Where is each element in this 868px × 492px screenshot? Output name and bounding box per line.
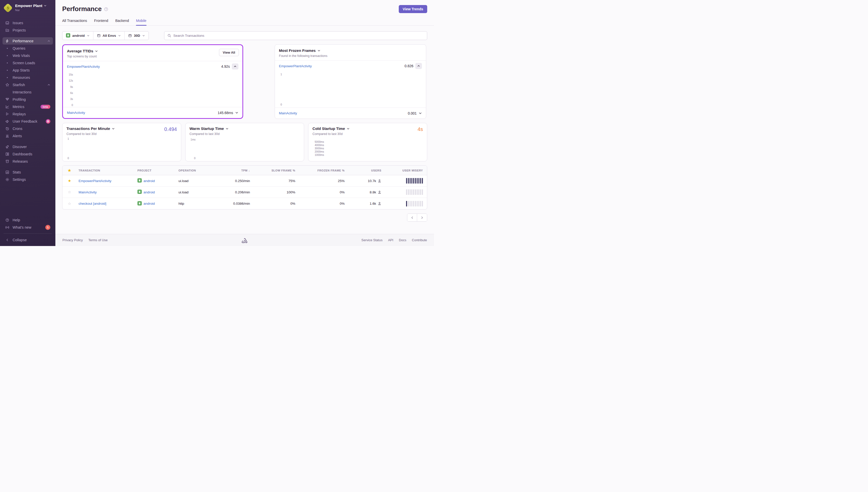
terms-of-use-link[interactable]: Terms of Use [88, 238, 108, 242]
sidebar-item-alerts[interactable]: Alerts [2, 132, 53, 140]
tpm-cell: 0.250/min [219, 179, 252, 183]
sidebar-item-whats-new[interactable]: What's new 5 [2, 224, 53, 231]
star-toggle-icon[interactable]: ★ [68, 178, 71, 183]
sidebar-item-app-starts[interactable]: App Starts [2, 67, 53, 74]
warm-startup-title[interactable]: Warm Startup Time [189, 126, 229, 131]
sidebar-item-stats[interactable]: Stats [2, 168, 53, 176]
transaction-link[interactable]: MainActivity [67, 111, 85, 115]
date-range-filter[interactable]: 30D [125, 31, 149, 40]
sidebar-item-profiling[interactable]: Profiling [2, 96, 53, 103]
tab-mobile[interactable]: Mobile [136, 19, 146, 25]
tab-backend[interactable]: Backend [115, 19, 129, 25]
collapse-row-button[interactable] [415, 63, 422, 69]
help-tooltip-icon[interactable] [104, 7, 108, 11]
sidebar-item-screen-loads[interactable]: Screen Loads [2, 59, 53, 67]
tab-frontend[interactable]: Frontend [94, 19, 108, 25]
col-users[interactable]: USERS [347, 169, 383, 172]
star-column-header-icon[interactable]: ★ [68, 168, 71, 172]
privacy-policy-link[interactable]: Privacy Policy [62, 238, 83, 242]
top-widgets: Average TTIDs Top screens by count View … [62, 44, 427, 119]
bullet-icon [5, 75, 9, 79]
transaction-link[interactable]: EmpowerPlantActivity [279, 64, 312, 68]
tpm-cell: 0.206/min [219, 190, 252, 194]
chevron-down-icon [112, 127, 115, 130]
transaction-link[interactable]: EmpowerPlantActivity [79, 179, 111, 183]
sidebar-item-projects[interactable]: Projects [2, 26, 53, 34]
sidebar-item-label: Profiling [12, 97, 50, 101]
sidebar-collapse-button[interactable]: Collapse [2, 236, 53, 244]
project-filter-label: android [72, 34, 85, 38]
expand-row-button[interactable] [235, 111, 238, 114]
api-link[interactable]: API [388, 238, 393, 242]
transaction-link[interactable]: MainActivity [79, 190, 97, 194]
sidebar-item-label: Metrics [12, 105, 37, 109]
col-user-misery[interactable]: USER MISERY [383, 169, 427, 172]
col-operation[interactable]: OPERATION [176, 169, 219, 172]
transaction-link[interactable]: EmpowerPlantActivity [67, 65, 100, 69]
bullet-icon [5, 61, 9, 65]
col-tpm[interactable]: TPM ↓ [219, 169, 252, 172]
calendar-icon [128, 34, 132, 38]
sidebar-item-queries[interactable]: Queries [2, 45, 53, 52]
transaction-link[interactable]: MainActivity [279, 111, 297, 115]
contribute-link[interactable]: Contribute [412, 238, 427, 242]
sidebar-item-interactions[interactable]: Interactions [2, 89, 53, 96]
project-link[interactable]: android [144, 179, 155, 183]
sidebar-item-releases[interactable]: Releases [2, 157, 53, 165]
tpm-title[interactable]: Transactions Per Minute [67, 126, 115, 131]
sidebar-item-crons[interactable]: Crons [2, 125, 53, 132]
service-status-link[interactable]: Service Status [361, 238, 383, 242]
project-link[interactable]: android [144, 202, 155, 205]
star-toggle-icon[interactable]: ☆ [68, 201, 71, 206]
search-input[interactable] [174, 34, 424, 38]
cold-startup-title[interactable]: Cold Startup Time [312, 126, 350, 131]
col-transaction[interactable]: TRANSACTION [77, 169, 135, 172]
sidebar-item-metrics[interactable]: Metrics beta [2, 103, 53, 110]
environment-filter[interactable]: All Envs [94, 31, 125, 40]
frozen-value: 0.001 [408, 111, 417, 115]
y-axis-labels: 10 [277, 72, 283, 104]
project-link[interactable]: android [144, 190, 155, 194]
project-filter[interactable]: android [62, 31, 94, 40]
sidebar-item-replays[interactable]: Replays [2, 110, 53, 118]
chevron-down-icon [44, 4, 47, 7]
whats-new-count-badge: 5 [45, 225, 50, 230]
sidebar-item-help[interactable]: Help [2, 216, 53, 224]
sidebar-item-issues[interactable]: Issues [2, 19, 53, 26]
sidebar-item-label: Queries [12, 46, 50, 50]
star-toggle-icon[interactable]: ☆ [68, 190, 71, 194]
col-slow-frame[interactable]: SLOW FRAME % [252, 169, 297, 172]
tab-all-transactions[interactable]: All Transactions [62, 19, 87, 25]
chevron-up-icon [417, 65, 420, 68]
collapse-row-button[interactable] [232, 64, 238, 70]
sidebar-item-dashboards[interactable]: Dashboards [2, 150, 53, 157]
sidebar-item-starfish[interactable]: Starfish [2, 81, 53, 89]
previous-page-button[interactable] [407, 214, 417, 221]
sidebar-item-web-vitals[interactable]: Web Vitals [2, 52, 53, 59]
next-page-button[interactable] [417, 214, 427, 221]
expand-row-button[interactable] [419, 112, 422, 115]
chevron-down-icon [118, 34, 121, 37]
sidebar-item-resources[interactable]: Resources [2, 74, 53, 81]
chevron-up-icon [234, 65, 237, 68]
view-trends-button[interactable]: View Trends [399, 5, 427, 13]
most-frozen-frames-title[interactable]: Most Frozen Frames [279, 48, 422, 53]
average-ttids-title[interactable]: Average TTIDs [67, 49, 238, 53]
sidebar-item-settings[interactable]: Settings [2, 176, 53, 183]
sidebar-item-user-feedback[interactable]: User Feedback B [2, 118, 53, 125]
most-frozen-frames-chart: 10 [277, 72, 423, 104]
chevron-up-icon[interactable] [47, 40, 50, 43]
user-icon [378, 190, 381, 194]
chevron-up-icon[interactable] [47, 83, 50, 87]
org-switcher[interactable]: Empower Plant Nar [0, 0, 55, 14]
tpm-value: 0.494 [164, 126, 177, 132]
chevron-right-icon [420, 216, 424, 219]
transaction-link[interactable]: checkout [android] [79, 202, 106, 205]
sidebar-item-discover[interactable]: Discover [2, 143, 53, 150]
warm-startup-chart: 1ms0 [189, 138, 300, 158]
sidebar-item-performance[interactable]: Performance [2, 37, 53, 45]
docs-link[interactable]: Docs [399, 238, 406, 242]
view-all-button[interactable]: View All [219, 49, 239, 56]
col-frozen-frame[interactable]: FROZEN FRAME % [297, 169, 347, 172]
col-project[interactable]: PROJECT [135, 169, 176, 172]
